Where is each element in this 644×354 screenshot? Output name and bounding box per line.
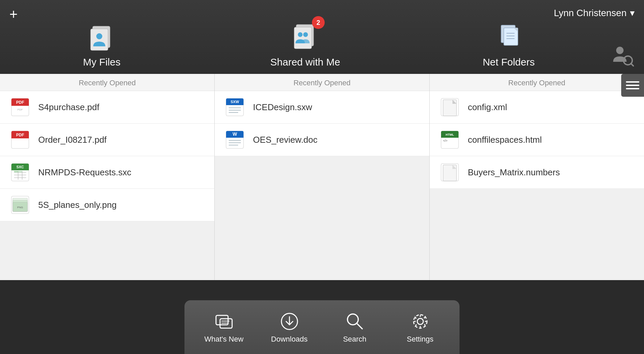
shared-with-me-label: Shared with Me xyxy=(270,56,340,68)
svg-text:</>: </> xyxy=(443,139,447,142)
svg-line-15 xyxy=(631,63,634,67)
people-search-icon xyxy=(610,43,634,68)
pdf-icon: PDF PDF xyxy=(10,97,30,117)
file-name: OES_review.doc xyxy=(253,135,317,145)
net-folders-label: Net Folders xyxy=(483,56,535,68)
my-files-list: PDF PDF S4purchase.pdf PDF Order_I08217 xyxy=(0,91,214,280)
whats-new-label: What's New xyxy=(204,335,244,344)
svg-rect-4 xyxy=(294,27,312,49)
nav-shared-with-me[interactable]: 2 Shared with Me xyxy=(204,19,407,74)
svg-rect-8 xyxy=(504,28,518,45)
add-button[interactable]: + xyxy=(9,7,18,21)
tab-settings[interactable]: Settings xyxy=(393,307,447,347)
my-files-label: My Files xyxy=(83,56,121,68)
svg-point-6 xyxy=(303,32,308,37)
shared-recently-opened-header: Recently Opened xyxy=(215,74,429,91)
whats-new-icon xyxy=(213,311,235,332)
file-name: conffilespaces.html xyxy=(468,135,542,145)
my-files-recently-opened-header: Recently Opened xyxy=(0,74,214,91)
file-item[interactable]: Buyers_Matrix.numbers xyxy=(430,156,644,189)
file-name: S4purchase.pdf xyxy=(38,102,99,113)
svg-text:HTML: HTML xyxy=(445,133,454,136)
svg-text:W: W xyxy=(233,131,237,137)
shared-badge: 2 xyxy=(312,16,325,29)
tab-downloads[interactable]: Downloads xyxy=(263,307,316,347)
netfolders-files-list: config.xml HTML </> conffilespaces.html xyxy=(430,91,644,280)
writer-icon: SXW xyxy=(225,97,245,117)
tab-search[interactable]: Search xyxy=(328,307,382,347)
pdf-icon: PDF xyxy=(10,130,30,150)
nav-my-files[interactable]: My Files xyxy=(0,22,204,74)
svg-text:PDF: PDF xyxy=(17,108,23,111)
file-item[interactable]: HTML </> conffilespaces.html xyxy=(430,124,644,156)
netfolders-icon xyxy=(492,19,526,52)
user-chevron-icon: ▾ xyxy=(630,7,635,18)
svg-point-5 xyxy=(298,32,303,37)
svg-point-78 xyxy=(417,318,423,324)
svg-text:PDF: PDF xyxy=(16,133,24,137)
search-icon xyxy=(344,311,366,332)
html-icon: HTML </> xyxy=(440,130,460,150)
sharedwithme-icon: 2 xyxy=(288,19,322,52)
file-name: 5S_planes_only.png xyxy=(38,200,117,210)
file-file-name: config.xml xyxy=(468,102,507,113)
file-item[interactable]: PDF Order_I08217.pdf xyxy=(0,124,214,156)
user-info[interactable]: Lynn Christensen ▾ xyxy=(554,7,635,18)
svg-text:PNG: PNG xyxy=(17,206,23,209)
downloads-icon xyxy=(279,311,300,332)
file-item[interactable]: PNG 5S_planes_only.png xyxy=(0,189,214,221)
svg-text:SXW: SXW xyxy=(231,100,239,104)
menu-icon[interactable] xyxy=(621,74,644,97)
header: + Lynn Christensen ▾ My Files xyxy=(0,0,644,74)
net-folders-column: Recently Opened config.xml xyxy=(430,74,644,280)
svg-rect-37 xyxy=(14,171,18,172)
tab-whats-new[interactable]: What's New xyxy=(197,307,251,347)
myfiles-icon xyxy=(87,22,117,52)
file-item[interactable]: W OES_review.doc xyxy=(215,124,429,156)
file-name: Buyers_Matrix.numbers xyxy=(468,167,560,178)
extra-icon-area[interactable] xyxy=(610,43,644,74)
svg-rect-38 xyxy=(18,171,22,172)
nav-net-folders[interactable]: Net Folders xyxy=(407,19,610,74)
file-item[interactable]: PDF PDF S4purchase.pdf xyxy=(0,91,214,124)
svg-point-13 xyxy=(616,47,624,54)
nav-columns: My Files 2 Shared with Me xyxy=(0,19,644,74)
settings-label: Settings xyxy=(407,335,434,344)
downloads-label: Downloads xyxy=(271,335,308,344)
file-item[interactable]: config.xml xyxy=(430,91,644,124)
doc-icon: W xyxy=(225,130,245,150)
shared-files-list: SXW ICEDesign.sxw W xyxy=(215,91,429,280)
xml-icon xyxy=(440,97,460,117)
numbers-icon xyxy=(440,162,460,182)
shared-with-me-column: Recently Opened SXW ICEDesign.sxw xyxy=(215,74,429,280)
file-item[interactable]: SXW ICEDesign.sxw xyxy=(215,91,429,124)
svg-rect-1 xyxy=(91,29,108,50)
image-icon: PNG xyxy=(10,195,30,215)
settings-icon xyxy=(410,311,431,332)
netfolders-recently-opened-header: Recently Opened xyxy=(430,74,644,91)
file-name: Order_I08217.pdf xyxy=(38,135,107,145)
bottom-tab-bar: What's New Downloads Search xyxy=(184,300,460,354)
spreadsheet-icon: SXC xyxy=(10,162,30,182)
file-name: NRMPDS-Requests.sxc xyxy=(38,167,131,178)
search-label: Search xyxy=(343,335,367,344)
svg-text:SXC: SXC xyxy=(16,165,24,169)
svg-point-2 xyxy=(96,33,102,39)
file-item[interactable]: SXC NRMPDS-Requests.sxc xyxy=(0,156,214,189)
main-content: Recently Opened PDF PDF S4purchase.pdf xyxy=(0,74,644,280)
user-name: Lynn Christensen xyxy=(554,8,627,18)
file-name: ICEDesign.sxw xyxy=(253,102,312,113)
my-files-column: Recently Opened PDF PDF S4purchase.pdf xyxy=(0,74,215,280)
svg-line-77 xyxy=(357,323,362,329)
svg-text:PDF: PDF xyxy=(16,100,24,105)
